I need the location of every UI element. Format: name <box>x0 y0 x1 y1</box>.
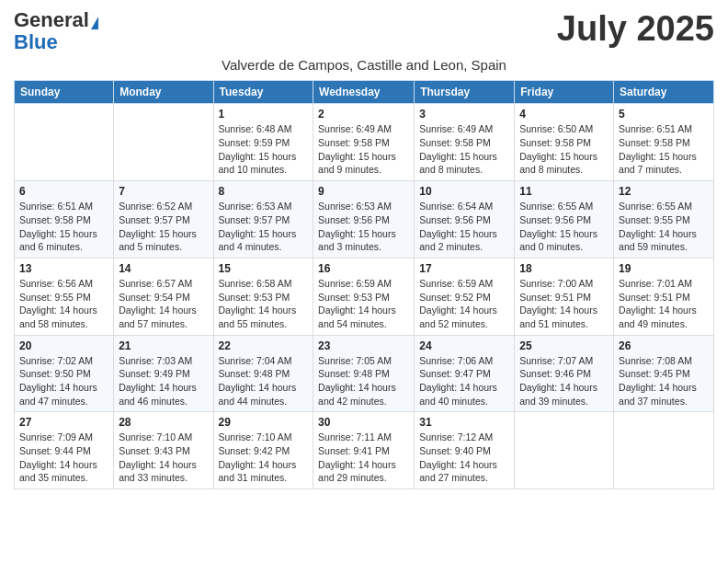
calendar-cell: 8Sunrise: 6:53 AMSunset: 9:57 PMDaylight… <box>213 181 313 259</box>
day-number: 20 <box>19 339 108 352</box>
day-number: 19 <box>619 262 709 275</box>
day-number: 15 <box>219 262 309 275</box>
calendar-header-cell: Thursday <box>415 81 515 104</box>
calendar-cell <box>15 104 114 181</box>
day-info: Sunrise: 6:51 AMSunset: 9:58 PMDaylight:… <box>619 122 709 177</box>
calendar-cell: 26Sunrise: 7:08 AMSunset: 9:45 PMDayligh… <box>614 335 714 412</box>
calendar-cell: 9Sunrise: 6:53 AMSunset: 9:56 PMDaylight… <box>313 181 415 259</box>
day-info: Sunrise: 6:56 AMSunset: 9:55 PMDaylight:… <box>19 277 108 331</box>
day-number: 8 <box>219 185 309 198</box>
calendar-cell: 18Sunrise: 7:00 AMSunset: 9:51 PMDayligh… <box>515 258 614 335</box>
calendar-cell <box>614 412 714 489</box>
calendar-cell: 14Sunrise: 6:57 AMSunset: 9:54 PMDayligh… <box>114 258 213 335</box>
calendar-week-row: 13Sunrise: 6:56 AMSunset: 9:55 PMDayligh… <box>15 258 714 335</box>
calendar-header-cell: Tuesday <box>213 81 313 104</box>
calendar-cell: 24Sunrise: 7:06 AMSunset: 9:47 PMDayligh… <box>415 335 515 412</box>
location: Valverde de Campos, Castille and Leon, S… <box>14 57 714 73</box>
day-number: 9 <box>318 185 409 198</box>
calendar-cell: 16Sunrise: 6:59 AMSunset: 9:53 PMDayligh… <box>313 258 415 335</box>
day-info: Sunrise: 6:55 AMSunset: 9:55 PMDaylight:… <box>619 200 709 254</box>
day-number: 18 <box>519 262 609 275</box>
logo-general: General <box>14 8 89 31</box>
calendar-cell: 17Sunrise: 6:59 AMSunset: 9:52 PMDayligh… <box>415 258 515 335</box>
logo: General Blue <box>14 9 98 53</box>
day-number: 26 <box>619 339 709 352</box>
calendar-week-row: 6Sunrise: 6:51 AMSunset: 9:58 PMDaylight… <box>15 181 714 259</box>
day-info: Sunrise: 6:59 AMSunset: 9:53 PMDaylight:… <box>318 277 409 331</box>
day-number: 17 <box>419 262 509 275</box>
day-number: 6 <box>19 185 108 198</box>
day-number: 2 <box>318 108 409 121</box>
day-info: Sunrise: 6:59 AMSunset: 9:52 PMDaylight:… <box>419 277 509 331</box>
day-info: Sunrise: 6:58 AMSunset: 9:53 PMDaylight:… <box>219 277 309 331</box>
day-number: 1 <box>219 108 309 121</box>
calendar-cell: 23Sunrise: 7:05 AMSunset: 9:48 PMDayligh… <box>313 335 415 412</box>
calendar-header-cell: Wednesday <box>313 81 415 104</box>
day-info: Sunrise: 7:05 AMSunset: 9:48 PMDaylight:… <box>318 354 409 408</box>
day-info: Sunrise: 6:53 AMSunset: 9:56 PMDaylight:… <box>318 200 409 254</box>
page-header: General Blue July 2025 <box>14 9 714 53</box>
day-info: Sunrise: 7:10 AMSunset: 9:42 PMDaylight:… <box>219 431 309 485</box>
calendar-cell: 12Sunrise: 6:55 AMSunset: 9:55 PMDayligh… <box>614 181 714 259</box>
day-info: Sunrise: 7:11 AMSunset: 9:41 PMDaylight:… <box>318 431 409 485</box>
day-number: 23 <box>318 339 409 352</box>
calendar-cell: 15Sunrise: 6:58 AMSunset: 9:53 PMDayligh… <box>213 258 313 335</box>
day-number: 4 <box>519 108 609 121</box>
calendar-cell: 11Sunrise: 6:55 AMSunset: 9:56 PMDayligh… <box>515 181 614 259</box>
day-info: Sunrise: 6:53 AMSunset: 9:57 PMDaylight:… <box>219 200 309 254</box>
calendar-cell: 4Sunrise: 6:50 AMSunset: 9:58 PMDaylight… <box>515 104 614 181</box>
calendar-header-cell: Sunday <box>15 81 114 104</box>
calendar-table: SundayMondayTuesdayWednesdayThursdayFrid… <box>14 80 714 489</box>
day-number: 10 <box>419 185 509 198</box>
calendar-cell: 1Sunrise: 6:48 AMSunset: 9:59 PMDaylight… <box>213 104 313 181</box>
calendar-cell: 25Sunrise: 7:07 AMSunset: 9:46 PMDayligh… <box>515 335 614 412</box>
day-info: Sunrise: 7:03 AMSunset: 9:49 PMDaylight:… <box>119 354 208 408</box>
calendar-week-row: 20Sunrise: 7:02 AMSunset: 9:50 PMDayligh… <box>15 335 714 412</box>
calendar-cell: 3Sunrise: 6:49 AMSunset: 9:58 PMDaylight… <box>415 104 515 181</box>
day-number: 3 <box>419 108 509 121</box>
day-info: Sunrise: 6:48 AMSunset: 9:59 PMDaylight:… <box>219 122 309 177</box>
calendar-cell: 28Sunrise: 7:10 AMSunset: 9:43 PMDayligh… <box>114 412 213 489</box>
day-info: Sunrise: 6:57 AMSunset: 9:54 PMDaylight:… <box>119 277 208 331</box>
calendar-header-cell: Saturday <box>614 81 714 104</box>
calendar-cell: 2Sunrise: 6:49 AMSunset: 9:58 PMDaylight… <box>313 104 415 181</box>
day-number: 21 <box>119 339 208 352</box>
day-info: Sunrise: 7:12 AMSunset: 9:40 PMDaylight:… <box>419 431 509 485</box>
day-number: 27 <box>19 416 108 429</box>
day-info: Sunrise: 7:09 AMSunset: 9:44 PMDaylight:… <box>19 431 108 485</box>
calendar-header-row: SundayMondayTuesdayWednesdayThursdayFrid… <box>15 81 714 104</box>
month-title: July 2025 <box>557 9 714 49</box>
calendar-cell: 21Sunrise: 7:03 AMSunset: 9:49 PMDayligh… <box>114 335 213 412</box>
calendar-cell <box>515 412 614 489</box>
day-number: 16 <box>318 262 409 275</box>
day-number: 30 <box>318 416 409 429</box>
calendar-cell: 29Sunrise: 7:10 AMSunset: 9:42 PMDayligh… <box>213 412 313 489</box>
day-number: 7 <box>119 185 208 198</box>
calendar-cell <box>114 104 213 181</box>
calendar-cell: 13Sunrise: 6:56 AMSunset: 9:55 PMDayligh… <box>15 258 114 335</box>
day-number: 14 <box>119 262 208 275</box>
calendar-header-cell: Friday <box>515 81 614 104</box>
logo-text: General <box>14 9 98 31</box>
day-info: Sunrise: 6:52 AMSunset: 9:57 PMDaylight:… <box>119 200 208 254</box>
day-info: Sunrise: 7:00 AMSunset: 9:51 PMDaylight:… <box>519 277 609 331</box>
calendar-cell: 10Sunrise: 6:54 AMSunset: 9:56 PMDayligh… <box>415 181 515 259</box>
calendar-cell: 27Sunrise: 7:09 AMSunset: 9:44 PMDayligh… <box>15 412 114 489</box>
day-number: 22 <box>219 339 309 352</box>
day-number: 13 <box>19 262 108 275</box>
calendar-cell: 20Sunrise: 7:02 AMSunset: 9:50 PMDayligh… <box>15 335 114 412</box>
calendar-cell: 31Sunrise: 7:12 AMSunset: 9:40 PMDayligh… <box>415 412 515 489</box>
day-info: Sunrise: 6:49 AMSunset: 9:58 PMDaylight:… <box>419 122 509 177</box>
calendar-week-row: 1Sunrise: 6:48 AMSunset: 9:59 PMDaylight… <box>15 104 714 181</box>
day-number: 24 <box>419 339 509 352</box>
calendar-body: 1Sunrise: 6:48 AMSunset: 9:59 PMDaylight… <box>15 104 714 489</box>
day-number: 12 <box>619 185 709 198</box>
calendar-header-cell: Monday <box>114 81 213 104</box>
calendar-cell: 6Sunrise: 6:51 AMSunset: 9:58 PMDaylight… <box>15 181 114 259</box>
day-number: 25 <box>519 339 609 352</box>
logo-icon <box>91 17 98 29</box>
day-number: 28 <box>119 416 208 429</box>
day-number: 31 <box>419 416 509 429</box>
day-info: Sunrise: 7:06 AMSunset: 9:47 PMDaylight:… <box>419 354 509 408</box>
day-number: 11 <box>519 185 609 198</box>
